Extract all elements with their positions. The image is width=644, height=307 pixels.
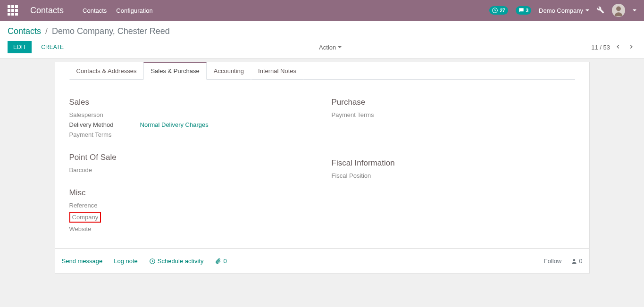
top-navbar: Contacts Contacts Configuration 27 3 Dem… bbox=[0, 0, 644, 21]
schedule-activity-button[interactable]: Schedule activity bbox=[149, 257, 204, 265]
follow-button[interactable]: Follow bbox=[544, 257, 562, 265]
nav-menu-configuration[interactable]: Configuration bbox=[116, 7, 152, 14]
company-selector[interactable]: Demo Company bbox=[539, 7, 589, 14]
caret-down-icon bbox=[585, 9, 589, 11]
pager-position: 11 / 53 bbox=[591, 44, 610, 51]
tabs: Contacts & Addresses Sales & Purchase Ac… bbox=[69, 62, 575, 80]
pager: 11 / 53 bbox=[591, 42, 636, 52]
apps-icon[interactable] bbox=[8, 5, 21, 16]
label-reference: Reference bbox=[69, 202, 140, 209]
clock-icon bbox=[492, 7, 498, 14]
user-avatar[interactable] bbox=[612, 4, 625, 17]
chevron-right-icon bbox=[628, 43, 635, 50]
attachments-button[interactable]: 0 bbox=[215, 257, 226, 265]
followers-button[interactable]: 0 bbox=[571, 257, 582, 265]
schedule-activity-label: Schedule activity bbox=[158, 257, 204, 265]
label-payment-terms-sales: Payment Terms bbox=[69, 131, 140, 138]
app-brand[interactable]: Contacts bbox=[30, 6, 64, 16]
nav-menu: Contacts Configuration bbox=[83, 7, 153, 14]
followers-count: 0 bbox=[579, 257, 582, 265]
company-name: Demo Company bbox=[539, 7, 583, 14]
main-scroll[interactable]: Contacts & Addresses Sales & Purchase Ac… bbox=[0, 58, 644, 305]
nav-menu-contacts[interactable]: Contacts bbox=[83, 7, 107, 14]
clock-icon bbox=[149, 258, 156, 265]
send-message-button[interactable]: Send message bbox=[62, 257, 103, 265]
debug-icon[interactable] bbox=[597, 6, 604, 15]
discuss-indicator[interactable]: 3 bbox=[516, 6, 532, 15]
discuss-count: 3 bbox=[526, 8, 529, 13]
section-misc-title: Misc bbox=[69, 188, 313, 198]
chat-icon bbox=[518, 7, 525, 14]
label-salesperson: Salesperson bbox=[69, 111, 140, 118]
chevron-left-icon bbox=[615, 43, 621, 50]
paperclip-icon bbox=[215, 258, 221, 265]
label-barcode: Barcode bbox=[69, 166, 140, 174]
highlight-company: Company bbox=[69, 212, 101, 223]
breadcrumb-current: Demo Company, Chester Reed bbox=[52, 26, 170, 36]
user-icon bbox=[571, 258, 577, 265]
edit-button[interactable]: EDIT bbox=[8, 41, 32, 53]
caret-down-icon bbox=[338, 46, 342, 48]
right-column: Purchase Payment Terms Fiscal Informatio… bbox=[332, 84, 575, 234]
section-purchase-title: Purchase bbox=[332, 98, 575, 107]
activity-count: 27 bbox=[500, 8, 505, 13]
create-button[interactable]: CREATE bbox=[35, 41, 69, 53]
label-payment-terms-purchase: Payment Terms bbox=[332, 111, 402, 118]
section-pos-title: Point Of Sale bbox=[69, 153, 313, 162]
value-delivery-method[interactable]: Normal Delivery Charges bbox=[140, 121, 209, 128]
label-company: Company bbox=[69, 212, 140, 223]
nav-right: 27 3 Demo Company bbox=[489, 4, 636, 17]
form-sheet: Contacts & Addresses Sales & Purchase Ac… bbox=[55, 62, 590, 249]
pager-next[interactable] bbox=[626, 42, 636, 52]
activity-indicator[interactable]: 27 bbox=[489, 6, 508, 15]
action-dropdown[interactable]: Action bbox=[319, 44, 342, 51]
log-note-button[interactable]: Log note bbox=[114, 257, 138, 265]
action-label: Action bbox=[319, 44, 336, 51]
attachments-count: 0 bbox=[223, 257, 226, 265]
tab-contacts-addresses[interactable]: Contacts & Addresses bbox=[69, 62, 144, 80]
user-menu-caret-icon[interactable] bbox=[633, 9, 636, 11]
tab-sales-purchase[interactable]: Sales & Purchase bbox=[143, 62, 206, 80]
left-column: Sales Salesperson Delivery Method Normal… bbox=[69, 84, 313, 234]
label-delivery-method: Delivery Method bbox=[69, 121, 140, 128]
section-sales-title: Sales bbox=[69, 98, 313, 107]
svg-point-2 bbox=[616, 7, 621, 11]
breadcrumb: Contacts / Demo Company, Chester Reed bbox=[8, 21, 636, 38]
tab-accounting[interactable]: Accounting bbox=[207, 62, 251, 80]
label-fiscal-position: Fiscal Position bbox=[332, 172, 402, 179]
svg-point-4 bbox=[573, 259, 576, 261]
chatter-bar: Send message Log note Schedule activity … bbox=[55, 249, 590, 274]
label-website: Website bbox=[69, 225, 140, 232]
section-fiscal-title: Fiscal Information bbox=[332, 158, 575, 168]
tab-internal-notes[interactable]: Internal Notes bbox=[251, 62, 303, 80]
pager-prev[interactable] bbox=[613, 42, 623, 52]
breadcrumb-root[interactable]: Contacts bbox=[8, 26, 41, 36]
control-bar: Contacts / Demo Company, Chester Reed ED… bbox=[0, 21, 644, 58]
